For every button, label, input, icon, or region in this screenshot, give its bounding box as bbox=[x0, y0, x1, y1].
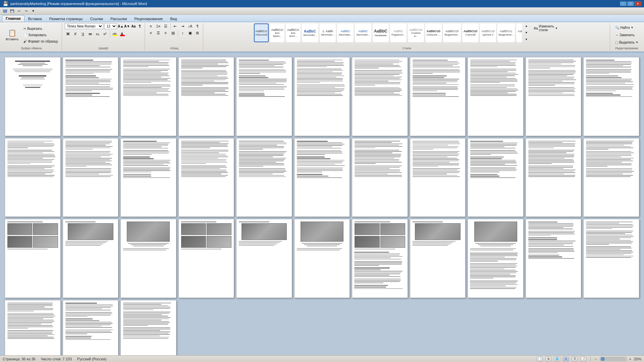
tab-home[interactable]: Главная bbox=[2, 15, 24, 22]
font-name-select[interactable]: Times New Roman bbox=[65, 23, 103, 29]
clear-format-button[interactable]: ¶ bbox=[137, 23, 143, 29]
style-strict-button[interactable]: AaBbCcD Строгий bbox=[462, 23, 479, 42]
page-thumb[interactable] bbox=[410, 219, 466, 298]
page-thumb[interactable] bbox=[178, 57, 234, 136]
tab-mailings[interactable]: Рассылки bbox=[107, 15, 130, 22]
format-painter-button[interactable]: 🖌 Формат по образцу bbox=[22, 39, 60, 44]
page-thumb[interactable] bbox=[526, 138, 582, 217]
align-right-button[interactable]: ≡ bbox=[162, 30, 169, 36]
paste-button[interactable]: 📋 Вставить bbox=[3, 27, 21, 43]
minimize-button[interactable]: − bbox=[620, 1, 627, 6]
tab-references[interactable]: Ссылки bbox=[86, 15, 107, 22]
style-subtitle-button[interactable]: AaBbC Подзагол... bbox=[390, 23, 407, 42]
style-h2-button[interactable]: 1. AaBb Заголово... bbox=[320, 23, 336, 42]
page-thumb[interactable] bbox=[583, 138, 639, 217]
page-thumb[interactable] bbox=[63, 57, 119, 136]
align-left-button[interactable]: ≡ bbox=[148, 30, 154, 36]
undo-quick-button[interactable]: ↩ bbox=[16, 8, 22, 14]
customize-quick-button[interactable]: ▼ bbox=[30, 8, 36, 14]
find-button[interactable]: 🔍 Найти ▼ bbox=[613, 24, 641, 31]
borders-button[interactable]: ⊞ bbox=[194, 30, 201, 36]
multilevel-list-button[interactable]: ☰ bbox=[162, 23, 169, 29]
page-thumb[interactable] bbox=[294, 219, 350, 298]
style-emph2-button[interactable]: AaBbCcL Выделени... bbox=[497, 23, 515, 42]
title-bar-controls[interactable]: − □ ✕ bbox=[620, 1, 641, 6]
change-case-button[interactable]: Аа bbox=[131, 23, 136, 29]
style-last-button[interactable]: AaBbCcl Aa bbox=[516, 23, 522, 42]
page-thumb[interactable] bbox=[120, 219, 176, 298]
web-layout-button[interactable]: 🌐 bbox=[554, 357, 560, 361]
page-thumb[interactable] bbox=[410, 57, 466, 136]
show-formatting-button[interactable]: ¶ bbox=[194, 23, 201, 29]
increase-font-button[interactable]: A▲ bbox=[118, 23, 123, 29]
print-layout-button[interactable]: 📄 bbox=[537, 357, 543, 361]
styles-scroll-up[interactable]: ▲ bbox=[524, 23, 529, 28]
page-thumb[interactable] bbox=[352, 138, 408, 217]
italic-button[interactable]: К bbox=[72, 31, 79, 37]
tab-review[interactable]: Рецензирование bbox=[131, 15, 167, 22]
select-button[interactable]: ⬚ Выделить ▼ bbox=[613, 39, 641, 46]
subscript-button[interactable]: x₂ bbox=[94, 31, 101, 37]
outline-view-button[interactable]: ☰ bbox=[572, 357, 578, 361]
zoom-slider[interactable] bbox=[600, 357, 627, 361]
numbered-list-button[interactable]: 1≡ bbox=[155, 23, 162, 29]
tab-insert[interactable]: Вставка bbox=[24, 15, 46, 22]
page-thumb[interactable] bbox=[468, 138, 524, 217]
underline-button[interactable]: Ч bbox=[79, 31, 86, 37]
style-h3-button[interactable]: AaBbC Заголово... bbox=[337, 23, 354, 42]
page-thumb[interactable] bbox=[120, 138, 176, 217]
page-thumb[interactable] bbox=[63, 138, 119, 217]
style-h1-button[interactable]: AaBbC Заголово... bbox=[302, 23, 318, 42]
page-thumb[interactable] bbox=[583, 57, 639, 136]
page-thumb[interactable] bbox=[410, 138, 466, 217]
sort-button[interactable]: ↕A bbox=[187, 23, 194, 29]
shading-button[interactable]: ▣ bbox=[187, 30, 194, 36]
page-thumb[interactable] bbox=[178, 219, 234, 298]
style-emphasis-button[interactable]: AaBbCcD Выделени... bbox=[443, 23, 461, 42]
style-strong-button[interactable]: AaBbCcD Сильное ... bbox=[425, 23, 442, 42]
page-thumb[interactable] bbox=[352, 57, 408, 136]
replace-button[interactable]: ↔ Заменить bbox=[613, 32, 641, 38]
page-thumb[interactable] bbox=[468, 219, 524, 298]
font-size-select[interactable]: 12 bbox=[104, 23, 117, 29]
justify-button[interactable]: ▤ bbox=[170, 30, 176, 36]
page-thumb[interactable] bbox=[63, 300, 119, 355]
page-thumb[interactable] bbox=[294, 57, 350, 136]
page-thumb[interactable] bbox=[5, 219, 61, 298]
page-thumb[interactable] bbox=[526, 57, 582, 136]
page-thumb[interactable] bbox=[236, 219, 292, 298]
style-no-space2-button[interactable]: AaBbCcI Без инте... bbox=[286, 23, 301, 42]
draft-view-button[interactable]: 📝 bbox=[580, 357, 586, 361]
cut-button[interactable]: ✂ Вырезать bbox=[22, 26, 60, 32]
style-title-button[interactable]: AaBbC Название bbox=[373, 23, 389, 42]
page-thumb[interactable] bbox=[5, 138, 61, 217]
bold-button[interactable]: Ж bbox=[65, 31, 71, 37]
change-styles-button[interactable]: Аа Изменитьстили ▼ bbox=[531, 23, 560, 33]
close-button[interactable]: ✕ bbox=[635, 1, 641, 6]
document-area[interactable] bbox=[0, 52, 644, 355]
strikethrough-button[interactable]: зк bbox=[87, 31, 94, 37]
thumbnail-view-button[interactable]: ⊡ bbox=[563, 357, 569, 361]
page-thumb[interactable] bbox=[526, 219, 582, 298]
save-quick-button[interactable]: 💾 bbox=[9, 8, 15, 14]
tab-page-layout[interactable]: Разметка страницы bbox=[46, 15, 87, 22]
font-color-button[interactable]: А bbox=[119, 31, 125, 37]
full-screen-button[interactable]: ⊞ bbox=[545, 357, 551, 361]
page-thumb[interactable] bbox=[236, 138, 292, 217]
style-normal-button[interactable]: AaBbCcI Обычный bbox=[254, 23, 269, 42]
page-thumb[interactable] bbox=[63, 219, 119, 298]
styles-scroll-down[interactable]: ▼ bbox=[524, 30, 529, 35]
superscript-button[interactable]: x² bbox=[102, 31, 108, 37]
page-thumb[interactable] bbox=[178, 138, 234, 217]
styles-more[interactable]: ▾ bbox=[524, 37, 529, 42]
align-center-button[interactable]: ☰ bbox=[155, 30, 162, 36]
style-quote2-button[interactable]: AaBbCcD Цитата 2 bbox=[480, 23, 496, 42]
page-thumb[interactable] bbox=[468, 57, 524, 136]
decrease-font-button[interactable]: A▼ bbox=[124, 23, 130, 29]
maximize-button[interactable]: □ bbox=[627, 1, 634, 6]
page-thumb[interactable] bbox=[120, 300, 176, 355]
style-no-spacing-button[interactable]: AaBbCcI Без Spaci... bbox=[270, 23, 285, 42]
page-thumb[interactable] bbox=[352, 219, 408, 298]
tab-view[interactable]: Вид bbox=[167, 15, 181, 22]
page-thumb[interactable] bbox=[5, 57, 61, 136]
